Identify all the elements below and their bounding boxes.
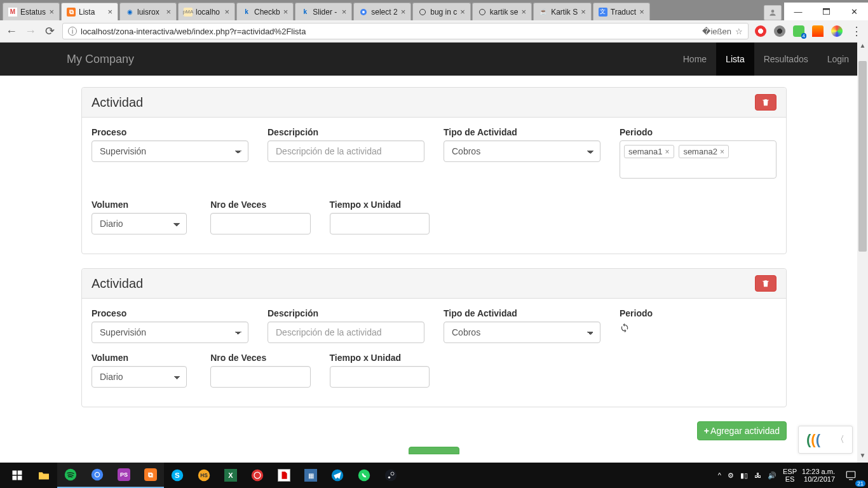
- volumen-select[interactable]: Diario: [92, 366, 187, 388]
- delete-button[interactable]: [755, 275, 776, 292]
- taskbar-chrome[interactable]: [84, 463, 111, 488]
- extension-icon[interactable]: [755, 25, 766, 37]
- browser-tab[interactable]: pMAlocalho×: [178, 3, 235, 20]
- browser-tab[interactable]: ◉luisrox×: [119, 3, 177, 20]
- tag-remove-icon[interactable]: ×: [720, 147, 724, 156]
- close-button[interactable]: ✕: [840, 3, 868, 20]
- close-icon[interactable]: ×: [639, 7, 644, 17]
- browser-tab[interactable]: select 2×: [353, 3, 411, 20]
- close-icon[interactable]: ×: [166, 7, 171, 17]
- taskbar-adobe-reader[interactable]: [271, 463, 297, 488]
- browser-tab[interactable]: 文Traduct×: [593, 3, 650, 20]
- close-icon[interactable]: ×: [49, 7, 54, 17]
- volumen-select[interactable]: Diario: [92, 213, 187, 234]
- nav-lista[interactable]: Lista: [716, 43, 754, 76]
- extension-icon[interactable]: 4: [793, 25, 804, 37]
- address-bar: ← → ⟳ i localhost/zona-interactiva/web/i…: [0, 20, 868, 42]
- nav-links: Home Lista Resultados Login: [674, 43, 858, 76]
- maximize-button[interactable]: 🗖: [812, 3, 840, 20]
- periodo-tag[interactable]: semana1×: [624, 145, 674, 158]
- taskbar-whatsapp[interactable]: [351, 463, 377, 488]
- browser-tab[interactable]: bug in c×: [412, 3, 471, 20]
- taskbar-excel[interactable]: X: [217, 463, 244, 488]
- actividad-panel: Actividad Proceso Supervisión Descripció…: [81, 268, 787, 407]
- taskbar-steam[interactable]: [377, 463, 404, 488]
- nro-input[interactable]: [210, 366, 310, 388]
- browser-tab[interactable]: kartik se×: [472, 3, 532, 20]
- back-button[interactable]: ←: [5, 25, 18, 37]
- taskbar-app[interactable]: ▦: [297, 463, 324, 488]
- nav-login[interactable]: Login: [818, 43, 858, 76]
- url-input[interactable]: i localhost/zona-interactiva/web/index.p…: [62, 23, 749, 39]
- tray-battery-icon[interactable]: ▮▯: [740, 471, 748, 480]
- close-icon[interactable]: ×: [342, 7, 347, 17]
- partial-button[interactable]: [409, 447, 459, 454]
- descripcion-input[interactable]: [268, 322, 424, 343]
- tiempo-input[interactable]: [330, 366, 430, 388]
- tray-icon[interactable]: ⚙: [728, 471, 734, 480]
- periodo-label: Periodo: [620, 308, 776, 318]
- browser-tab[interactable]: MEstatus×: [3, 3, 60, 20]
- tray-volume-icon[interactable]: 🔊: [768, 471, 776, 480]
- start-button[interactable]: [4, 463, 31, 488]
- tag-remove-icon[interactable]: ×: [665, 147, 669, 156]
- chevron-left-icon[interactable]: 〈: [836, 434, 844, 445]
- extension-icon[interactable]: [774, 25, 785, 37]
- taskbar-skype[interactable]: S: [164, 463, 191, 488]
- close-icon[interactable]: ×: [283, 7, 288, 17]
- svg-point-4: [771, 10, 775, 13]
- yii-debug-toolbar[interactable]: ((( 〈: [798, 426, 853, 454]
- svg-point-2: [420, 9, 426, 15]
- nav-home[interactable]: Home: [674, 43, 716, 76]
- reload-button[interactable]: ⟳: [43, 25, 56, 37]
- nro-input[interactable]: [210, 213, 310, 234]
- extension-icon[interactable]: [812, 25, 824, 37]
- tiempo-input[interactable]: [330, 213, 430, 234]
- delete-button[interactable]: [755, 94, 776, 111]
- close-icon[interactable]: ×: [224, 7, 229, 17]
- translate-icon[interactable]: �ießen: [702, 27, 731, 36]
- taskbar-spotify[interactable]: [57, 463, 84, 488]
- proceso-select[interactable]: Supervisión: [92, 140, 248, 162]
- taskbar-app[interactable]: HS: [191, 463, 217, 488]
- taskbar-phpstorm[interactable]: PS: [111, 463, 137, 488]
- brand[interactable]: My Company: [57, 53, 144, 66]
- descripcion-input[interactable]: [268, 140, 424, 162]
- info-icon[interactable]: i: [68, 27, 77, 36]
- star-icon[interactable]: ☆: [735, 27, 743, 36]
- browser-tab[interactable]: ☕Kartik S×: [533, 3, 592, 20]
- close-icon[interactable]: ×: [107, 7, 112, 17]
- taskbar-telegram[interactable]: [324, 463, 351, 488]
- close-icon[interactable]: ×: [522, 7, 527, 17]
- close-icon[interactable]: ×: [581, 7, 586, 17]
- periodo-tag[interactable]: semana2×: [679, 145, 729, 158]
- tray-network-icon[interactable]: 🖧: [754, 471, 761, 479]
- tab-title: Traduct: [611, 8, 636, 17]
- language-indicator[interactable]: ESP ES: [780, 468, 799, 483]
- nav-resultados[interactable]: Resultados: [754, 43, 818, 76]
- vertical-scrollbar[interactable]: ▲▼: [857, 42, 868, 463]
- minimize-button[interactable]: —: [784, 3, 812, 20]
- taskbar-app[interactable]: [244, 463, 271, 488]
- profile-icon[interactable]: [764, 5, 782, 20]
- system-tray[interactable]: ^ ⚙ ▮▯ 🖧 🔊: [714, 471, 780, 480]
- periodo-tagbox[interactable]: semana1× semana2×: [620, 140, 776, 179]
- proceso-select[interactable]: Supervisión: [92, 322, 248, 343]
- browser-tab[interactable]: ⧉Lista×: [61, 3, 118, 20]
- tipo-select[interactable]: Cobros: [444, 140, 600, 162]
- menu-icon[interactable]: ⋮: [850, 25, 863, 37]
- tray-chevron-icon[interactable]: ^: [718, 471, 721, 479]
- taskbar-xampp[interactable]: ⧉: [137, 463, 164, 488]
- tipo-select[interactable]: Cobros: [444, 322, 600, 343]
- taskbar-file-explorer[interactable]: [31, 463, 57, 488]
- action-center-icon[interactable]: [837, 463, 864, 488]
- clock[interactable]: 12:23 a.m. 10/2/2017: [799, 468, 837, 483]
- browser-tab[interactable]: kSlider -×: [295, 3, 352, 20]
- browser-tab[interactable]: kCheckb×: [236, 3, 294, 20]
- tipo-label: Tipo de Actividad: [444, 308, 600, 318]
- extension-icon[interactable]: [831, 25, 843, 37]
- add-actividad-button[interactable]: +Agregar actividad: [697, 421, 787, 440]
- close-icon[interactable]: ×: [401, 7, 406, 17]
- close-icon[interactable]: ×: [460, 7, 465, 17]
- forward-button[interactable]: →: [24, 25, 37, 37]
